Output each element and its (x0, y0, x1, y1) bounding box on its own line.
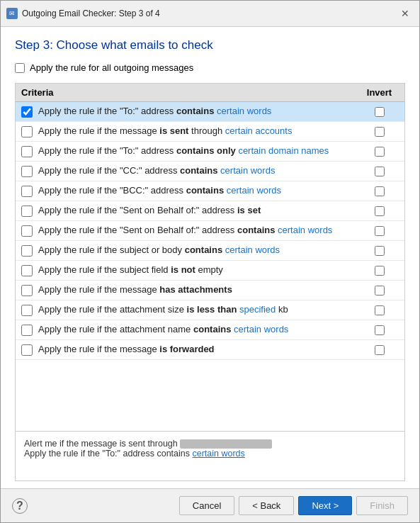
criteria-row-checkbox[interactable] (21, 344, 33, 356)
cancel-button[interactable]: Cancel (179, 496, 234, 515)
invert-checkbox[interactable] (375, 325, 385, 335)
criteria-row[interactable]: Apply the rule if the subject field is n… (16, 261, 404, 281)
next-button[interactable]: Next > (298, 496, 352, 515)
criteria-header: Criteria Invert (16, 84, 404, 102)
invert-checkbox[interactable] (375, 345, 385, 355)
criteria-row-link[interactable]: certain words (278, 225, 332, 235)
criteria-row-link[interactable]: certain words (225, 244, 280, 255)
invert-checkbox[interactable] (375, 226, 385, 236)
criteria-row-link[interactable]: certain words (220, 165, 275, 176)
criteria-row-text: Apply the rule if the attachment size is… (38, 304, 360, 316)
info-redacted (180, 439, 272, 449)
apply-all-checkbox[interactable] (15, 63, 25, 73)
invert-checkbox[interactable] (375, 186, 385, 196)
criteria-row[interactable]: Apply the rule if the "To:" address cont… (16, 102, 404, 122)
criteria-row-text: Apply the rule if the "Sent on Behalf of… (38, 225, 360, 237)
invert-checkbox[interactable] (375, 286, 385, 296)
criteria-row-checkbox[interactable] (21, 245, 33, 257)
criteria-row[interactable]: Apply the rule if the "Sent on Behalf of… (16, 201, 404, 221)
criteria-rows-container: Apply the rule if the "To:" address cont… (16, 102, 404, 360)
criteria-row[interactable]: Apply the rule if the subject or body co… (16, 241, 404, 261)
criteria-row-text: Apply the rule if the "Sent on Behalf of… (38, 205, 360, 217)
criteria-row-checkbox[interactable] (21, 305, 33, 316)
criteria-col-header: Criteria (21, 87, 360, 98)
criteria-row-invert (360, 127, 399, 137)
info-line2-link[interactable]: certain words (192, 449, 244, 459)
info-line-2: Apply the rule if the "To:" address cont… (24, 449, 396, 459)
criteria-row-text: Apply the rule if the "To:" address cont… (38, 106, 360, 118)
criteria-row-checkbox[interactable] (21, 206, 33, 217)
criteria-row[interactable]: Apply the rule if the message is sent th… (16, 122, 404, 142)
criteria-row-checkbox[interactable] (21, 325, 33, 336)
footer: ? Cancel < Back Next > Finish (1, 488, 419, 522)
criteria-row[interactable]: Apply the rule if the attachment name co… (16, 320, 404, 340)
criteria-row-text: Apply the rule if the "To:" address cont… (38, 145, 360, 157)
help-button[interactable]: ? (12, 498, 28, 514)
title-bar: ✉ Outgoing Email Checker: Step 3 of 4 ✕ (1, 1, 419, 27)
apply-all-row: Apply the rule for all outgoing messages (15, 62, 405, 73)
criteria-row-checkbox[interactable] (21, 186, 33, 197)
criteria-row-text: Apply the rule if the "CC:" address cont… (38, 165, 360, 177)
criteria-row[interactable]: Apply the rule if the attachment size is… (16, 300, 404, 320)
info-panel: Alert me if the message is sent through … (15, 432, 405, 481)
criteria-row-link[interactable]: certain words (217, 106, 271, 116)
invert-checkbox[interactable] (375, 167, 385, 176)
criteria-row-link[interactable]: certain words (234, 324, 288, 334)
window-title: Outgoing Email Checker: Step 3 of 4 (22, 9, 160, 18)
title-bar-left: ✉ Outgoing Email Checker: Step 3 of 4 (6, 8, 160, 19)
criteria-row[interactable]: Apply the rule if the "To:" address cont… (16, 142, 404, 162)
info-line2-prefix: Apply the rule if the "To:" address cont… (24, 449, 192, 459)
criteria-row-link[interactable]: certain words (227, 185, 281, 196)
criteria-row-invert (360, 107, 399, 117)
criteria-row-checkbox[interactable] (21, 265, 33, 276)
finish-button[interactable]: Finish (356, 496, 408, 515)
criteria-row-checkbox[interactable] (21, 106, 33, 118)
criteria-row-checkbox[interactable] (21, 126, 33, 137)
info-line-1: Alert me if the message is sent through (24, 439, 396, 449)
criteria-row-checkbox[interactable] (21, 146, 33, 157)
criteria-row-invert (360, 305, 399, 315)
criteria-row-link[interactable]: specified (239, 304, 276, 315)
apply-all-label: Apply the rule for all outgoing messages (30, 62, 193, 73)
invert-checkbox[interactable] (375, 305, 385, 315)
criteria-row-checkbox[interactable] (21, 225, 33, 237)
back-button[interactable]: < Back (239, 496, 294, 515)
main-window: ✉ Outgoing Email Checker: Step 3 of 4 ✕ … (0, 0, 420, 523)
criteria-row[interactable]: Apply the rule if the "BCC:" address con… (16, 181, 404, 201)
invert-checkbox[interactable] (375, 127, 385, 137)
criteria-row[interactable]: Apply the rule if the "CC:" address cont… (16, 162, 404, 181)
criteria-row-text: Apply the rule if the message is forward… (38, 344, 360, 356)
window-icon: ✉ (6, 8, 18, 19)
invert-checkbox[interactable] (375, 246, 385, 256)
criteria-row[interactable]: Apply the rule if the message is forward… (16, 340, 404, 360)
criteria-row-text: Apply the rule if the attachment name co… (38, 324, 360, 336)
criteria-row-checkbox[interactable] (21, 285, 33, 296)
content-area: Step 3: Choose what emails to check Appl… (1, 27, 419, 488)
criteria-row-text: Apply the rule if the subject field is n… (38, 264, 360, 276)
invert-checkbox[interactable] (375, 206, 385, 216)
criteria-row-invert (360, 266, 399, 276)
step-title: Step 3: Choose what emails to check (15, 38, 405, 52)
invert-checkbox[interactable] (375, 266, 385, 276)
criteria-row-text: Apply the rule if the message has attach… (38, 284, 360, 296)
criteria-row-link[interactable]: certain accounts (225, 125, 293, 136)
criteria-row-invert (360, 286, 399, 296)
criteria-row-link[interactable]: certain domain names (238, 145, 329, 156)
criteria-row-invert (360, 206, 399, 216)
criteria-row-checkbox[interactable] (21, 166, 33, 177)
footer-buttons: Cancel < Back Next > Finish (179, 496, 408, 515)
criteria-row[interactable]: Apply the rule if the "Sent on Behalf of… (16, 221, 404, 241)
close-button[interactable]: ✕ (397, 5, 414, 22)
criteria-row-invert (360, 345, 399, 355)
invert-checkbox[interactable] (375, 107, 385, 117)
criteria-row-invert (360, 246, 399, 256)
criteria-row-invert (360, 186, 399, 196)
criteria-table: Criteria Invert Apply the rule if the "T… (15, 83, 405, 432)
invert-checkbox[interactable] (375, 147, 385, 157)
criteria-row-invert (360, 147, 399, 157)
criteria-row-text: Apply the rule if the subject or body co… (38, 244, 360, 257)
info-line1-prefix: Alert me if the message is sent through (24, 439, 180, 449)
criteria-row[interactable]: Apply the rule if the message has attach… (16, 281, 404, 300)
criteria-row-text: Apply the rule if the message is sent th… (38, 125, 360, 137)
criteria-row-invert (360, 325, 399, 335)
